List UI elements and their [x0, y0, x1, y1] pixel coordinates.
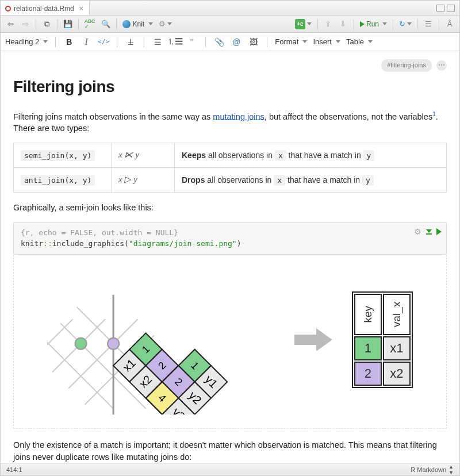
run-button[interactable]: Run [358, 18, 389, 30]
code-chunk[interactable]: ⚙ {r, echo = FALSE, out.width = NULL} kn… [13, 222, 447, 255]
separator [144, 37, 144, 47]
separator [354, 19, 354, 29]
separator [116, 19, 117, 29]
table-menu[interactable]: Table [346, 37, 373, 46]
file-type-select[interactable]: R Markdown ▲▼ [411, 464, 454, 475]
run-label: Run [366, 20, 379, 28]
forward-button[interactable]: ⇨ [19, 18, 32, 30]
block-format-label: Heading 2 [5, 37, 39, 46]
heading-options-button[interactable]: ⋯ [436, 60, 447, 71]
table-row: anti_join(x, y) x ▷ y Drops all observat… [14, 168, 447, 193]
separator [36, 19, 36, 29]
window-controls [436, 1, 459, 15]
knit-label: Knit [133, 20, 145, 28]
code-cell: anti_join(x, y) [21, 175, 95, 186]
insert-chunk-icon: +c [295, 19, 305, 29]
chevron-down-icon [302, 40, 307, 43]
separator [55, 37, 56, 47]
editor-pane[interactable]: #filtering-joins ⋯ Filtering joins Filte… [1, 51, 459, 463]
math-cell: x ⋉ y [118, 150, 139, 159]
chunk-toolbar: ⚙ [414, 226, 442, 237]
heading-anchor-pill[interactable]: #filtering-joins [381, 59, 432, 72]
svg-line-6 [47, 340, 113, 409]
chevron-down-icon [382, 22, 387, 25]
bullet-list-button[interactable]: ☰ [152, 36, 163, 48]
chunk-output: x1 x2 x3 1 2 3 1 2 4 y1 y2 y3 keyval_x 1… [13, 255, 447, 429]
tab-filename: relational-data.Rmd [14, 5, 74, 13]
clear-format-button[interactable]: ꓕ̶ [125, 36, 136, 48]
chevron-down-icon [43, 40, 48, 43]
code-button[interactable]: </> [98, 36, 109, 48]
insert-chunk-button[interactable]: +c [293, 18, 313, 30]
maximize-pane-icon[interactable] [447, 5, 455, 11]
visual-format-toolbar: Heading 2 B I </> ꓕ̶ ☰ ⒈☰ ❞ 📎 @ 🖼 Format… [1, 33, 459, 51]
arrow-icon [294, 328, 335, 351]
run-chunk-button[interactable] [436, 228, 442, 235]
separator [117, 37, 117, 47]
blockquote-button[interactable]: ❞ [186, 36, 198, 48]
go-prev-chunk-button[interactable]: ⇧ [322, 18, 335, 30]
separator [57, 19, 57, 29]
table-row: semi_join(x, y) x ⋉ y Keeps all observat… [14, 143, 447, 168]
paragraph[interactable]: Only the existence of a match is importa… [13, 439, 447, 463]
doc-settings-button[interactable]: ⚙ [157, 18, 174, 30]
knit-icon [122, 20, 131, 28]
back-button[interactable]: ⇦ [4, 18, 17, 30]
chevron-down-icon [336, 40, 340, 43]
chunk-options-button[interactable]: ⚙ [414, 226, 421, 237]
separator [317, 19, 318, 29]
cursor-position[interactable]: 414:1 [6, 466, 22, 473]
joins-table: semi_join(x, y) x ⋉ y Keeps all observat… [13, 143, 447, 193]
find-replace-button[interactable]: 🔍 [99, 18, 112, 30]
go-next-chunk-button[interactable]: ⇩ [337, 18, 350, 30]
switch-source-button[interactable]: Å [443, 18, 456, 30]
minimize-pane-icon[interactable] [436, 5, 444, 11]
separator [393, 19, 393, 29]
code-cell: semi_join(x, y) [21, 150, 95, 161]
separator [78, 19, 79, 29]
separator [439, 19, 439, 29]
numbered-list-button[interactable]: ⒈☰ [169, 36, 181, 48]
knit-button[interactable]: Knit [121, 18, 155, 30]
link-button[interactable]: 📎 [213, 36, 225, 48]
italic-button[interactable]: I [80, 36, 92, 48]
chevron-down-icon [407, 22, 412, 25]
result-table: keyval_x 1x1 2x2 [352, 291, 413, 388]
separator [267, 37, 267, 47]
tab-bar: relational-data.Rmd × [1, 1, 459, 16]
chevron-down-icon [148, 22, 153, 25]
show-in-new-window-button[interactable]: ⧉ [40, 18, 53, 30]
chevron-down-icon [307, 22, 312, 25]
chevron-down-icon [167, 22, 172, 25]
heading-tag-row: #filtering-joins ⋯ [13, 59, 447, 72]
separator [417, 19, 418, 29]
citation-button[interactable]: @ [231, 36, 242, 48]
publish-button[interactable]: ↻ [397, 18, 413, 30]
insert-menu[interactable]: Insert [313, 37, 340, 46]
image-button[interactable]: 🖼 [248, 36, 259, 48]
save-button[interactable]: 💾 [62, 18, 74, 30]
spellcheck-button[interactable]: ABC✓ [83, 18, 97, 30]
svg-line-3 [47, 319, 72, 356]
outline-button[interactable]: ☰ [422, 18, 435, 30]
source-toolbar: ⇦ ⇨ ⧉ 💾 ABC✓ 🔍 Knit ⚙ +c ⇧ ⇩ Run ↻ ☰ Å [1, 16, 459, 33]
block-format-select[interactable]: Heading 2 [5, 37, 48, 46]
paragraph[interactable]: Filtering joins match observations in th… [13, 110, 447, 135]
separator [205, 37, 206, 47]
run-above-button[interactable] [426, 229, 432, 235]
rmd-icon [5, 6, 11, 11]
math-cell: x ▷ y [118, 175, 137, 184]
paragraph[interactable]: Graphically, a semi-join looks like this… [13, 202, 447, 214]
bold-button[interactable]: B [63, 36, 75, 48]
heading-2[interactable]: Filtering joins [13, 75, 447, 99]
format-menu[interactable]: Format [275, 37, 307, 46]
join-semi-diagram: x1 x2 x3 1 2 3 1 2 4 y1 y2 y3 [47, 265, 277, 414]
status-bar: 414:1 R Markdown ▲▼ [1, 463, 459, 475]
play-icon [360, 21, 365, 27]
chevron-down-icon [368, 40, 373, 43]
file-tab[interactable]: relational-data.Rmd × [1, 1, 90, 15]
mutating-joins-link[interactable]: mutating joins [213, 112, 264, 121]
chunk-code[interactable]: {r, echo = FALSE, out.width = NULL} knit… [14, 222, 446, 254]
close-tab-icon[interactable]: × [79, 5, 83, 13]
